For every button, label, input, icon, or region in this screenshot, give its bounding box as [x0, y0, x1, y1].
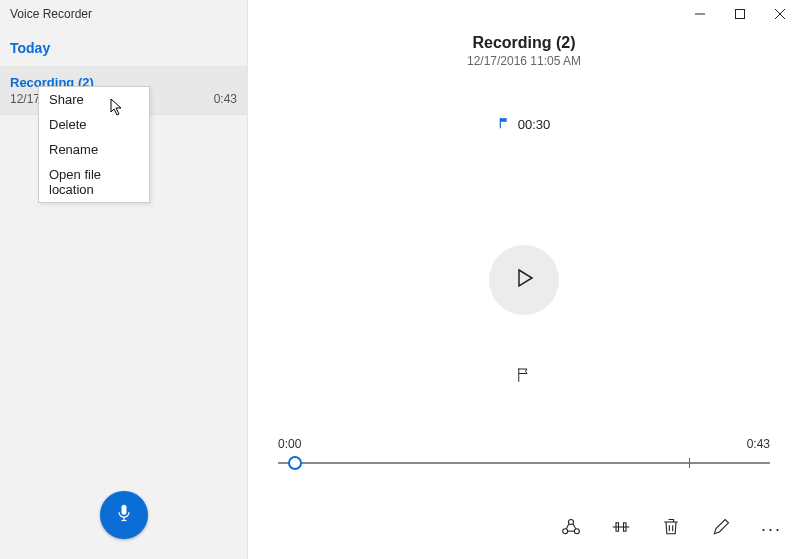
flag-icon [498, 116, 512, 133]
app-title: Voice Recorder [0, 7, 92, 21]
context-menu: Share Delete Rename Open file location [38, 86, 150, 203]
timeline-end-label: 0:43 [747, 437, 770, 451]
trim-button[interactable] [611, 517, 631, 541]
context-menu-open-location[interactable]: Open file location [39, 162, 149, 202]
minimize-button[interactable] [680, 0, 720, 28]
main-pane: Recording (2) 12/17/2016 11:05 AM 00:30 … [248, 0, 800, 559]
svg-point-7 [568, 520, 573, 525]
recording-item-duration: 0:43 [214, 92, 237, 106]
add-marker-button[interactable] [515, 366, 533, 388]
timeline-track[interactable] [278, 455, 770, 471]
marker-time: 00:30 [518, 117, 551, 132]
svg-point-8 [563, 529, 568, 534]
recording-title: Recording (2) [248, 34, 800, 52]
timeline-marker-tick [689, 458, 690, 468]
ellipsis-icon: ··· [761, 519, 782, 539]
more-button[interactable]: ··· [761, 519, 782, 539]
context-menu-share[interactable]: Share [39, 87, 149, 112]
title-bar: Voice Recorder [0, 0, 800, 28]
maximize-button[interactable] [720, 0, 760, 28]
context-menu-rename[interactable]: Rename [39, 137, 149, 162]
marker-indicator[interactable]: 00:30 [248, 116, 800, 133]
timeline-start-label: 0:00 [278, 437, 301, 451]
window-controls [680, 0, 800, 28]
timeline-line [278, 462, 770, 464]
flag-outline-icon [515, 370, 533, 387]
sidebar-section-header: Today [0, 28, 247, 67]
share-button[interactable] [561, 517, 581, 541]
play-button[interactable] [489, 245, 559, 315]
rename-button[interactable] [711, 517, 731, 541]
close-button[interactable] [760, 0, 800, 28]
delete-button[interactable] [661, 517, 681, 541]
timeline-thumb[interactable] [288, 456, 302, 470]
pencil-icon [711, 523, 731, 540]
record-button[interactable] [100, 491, 148, 539]
playback-timeline[interactable]: 0:00 0:43 [278, 437, 770, 471]
svg-rect-1 [736, 10, 745, 19]
trash-icon [661, 523, 681, 540]
microphone-icon [114, 503, 134, 527]
bottom-toolbar: ··· [561, 517, 782, 541]
trim-icon [611, 523, 631, 540]
play-icon [512, 266, 536, 294]
svg-marker-6 [519, 270, 532, 286]
context-menu-delete[interactable]: Delete [39, 112, 149, 137]
svg-point-9 [574, 529, 579, 534]
recording-datetime: 12/17/2016 11:05 AM [248, 54, 800, 68]
share-icon [561, 523, 581, 540]
sidebar: Today Recording (2) 12/17/ 0:43 Share De… [0, 0, 248, 559]
